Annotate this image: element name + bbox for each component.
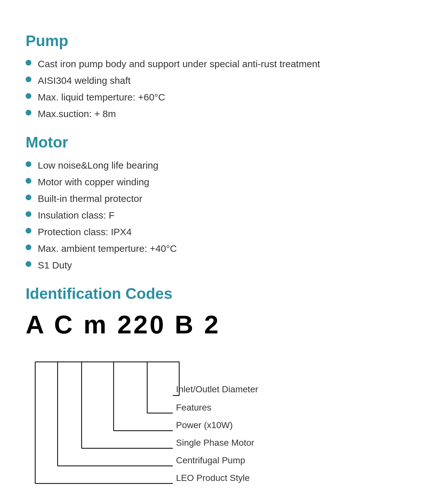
- pump-bullet-1: Cast iron pump body and support under sp…: [26, 57, 422, 71]
- bullet-dot: [26, 110, 31, 116]
- pump-bullet-list: Cast iron pump body and support under sp…: [26, 57, 422, 121]
- motor-title: Motor: [26, 133, 422, 151]
- diagram-svg: Inlet/Outlet Diameter Features Power (x1…: [26, 343, 314, 495]
- bullet-dot: [26, 211, 31, 217]
- pump-title: Pump: [26, 32, 422, 50]
- bullet-dot: [26, 178, 31, 184]
- bullet-dot: [26, 60, 31, 66]
- svg-text:Power (x10W): Power (x10W): [176, 420, 233, 430]
- bullet-dot: [26, 261, 31, 267]
- bullet-dot: [26, 76, 31, 82]
- bullet-dot: [26, 195, 31, 200]
- bullet-dot: [26, 93, 31, 99]
- identification-title: Identification Codes: [26, 285, 422, 302]
- motor-bullet-2: Motor with copper winding: [26, 175, 422, 189]
- motor-bullet-1: Low noise&Long life bearing: [26, 159, 422, 172]
- motor-bullet-list: Low noise&Long life bearing Motor with c…: [26, 159, 422, 272]
- motor-bullet-7: S1 Duty: [26, 259, 422, 272]
- motor-bullet-6: Max. ambient temperture: +40°C: [26, 242, 422, 255]
- bullet-dot: [26, 161, 31, 167]
- identification-section: Identification Codes A C m 220 B 2: [26, 285, 422, 495]
- motor-bullet-5: Protection class: IPX4: [26, 225, 422, 239]
- pump-bullet-3: Max. liquid temperture: +60°C: [26, 91, 422, 104]
- identification-diagram: Inlet/Outlet Diameter Features Power (x1…: [26, 343, 314, 495]
- identification-code: A C m 220 B 2: [26, 310, 422, 339]
- pump-bullet-4: Max.suction: + 8m: [26, 107, 422, 121]
- bullet-dot: [26, 244, 31, 250]
- motor-bullet-3: Built-in thermal protector: [26, 192, 422, 205]
- svg-text:Single Phase Motor: Single Phase Motor: [176, 438, 254, 448]
- svg-text:LEO Product Style: LEO Product Style: [176, 473, 250, 483]
- svg-text:Inlet/Outlet Diameter: Inlet/Outlet Diameter: [176, 384, 258, 394]
- svg-text:Features: Features: [176, 403, 212, 412]
- bullet-dot: [26, 228, 31, 234]
- svg-text:Centrifugal Pump: Centrifugal Pump: [176, 455, 245, 465]
- motor-bullet-4: Insulation class: F: [26, 209, 422, 222]
- pump-bullet-2: AISI304 welding shaft: [26, 74, 422, 87]
